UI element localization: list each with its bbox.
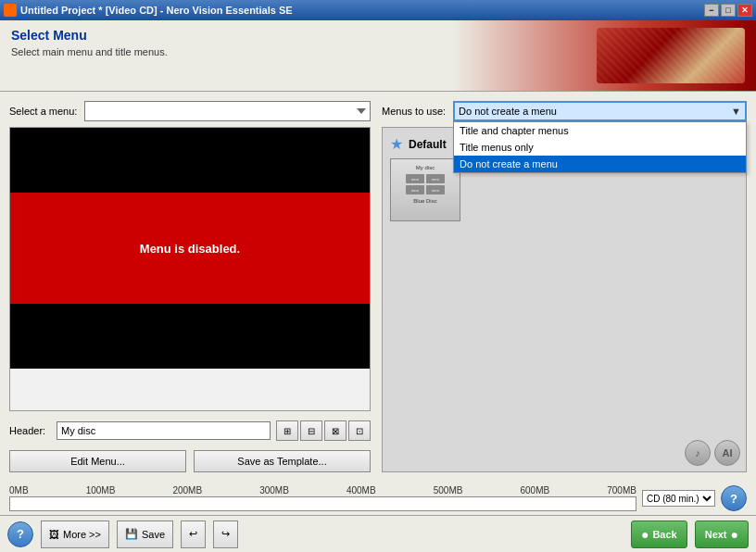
dropdown-item-1[interactable]: Title and chapter menus: [454, 122, 746, 139]
preview-box: Menu is disabled.: [9, 127, 371, 411]
content-area: Select a menu: Menu is disabled. Header:: [0, 92, 756, 482]
icon-btn-1[interactable]: ⊞: [276, 420, 298, 441]
icon-buttons-group: ⊞ ⊟ ⊠ ⊡: [276, 420, 371, 441]
page-subtitle: Select main menu and title menus.: [11, 46, 597, 57]
ai-icon[interactable]: AI: [714, 440, 740, 466]
label-0mb: 0MB: [9, 485, 29, 496]
select-menu-row: Select a menu:: [9, 101, 371, 121]
left-panel: Select a menu: Menu is disabled. Header:: [9, 101, 371, 472]
page-title: Select Menu: [11, 28, 597, 43]
back-arrow-icon: ●: [641, 527, 649, 542]
back-label: Back: [652, 529, 676, 540]
thumb-btn-1: nero: [406, 174, 424, 183]
thumb-btn-3: nero: [406, 185, 424, 194]
preview-red-band: Menu is disabled.: [10, 193, 370, 304]
close-button[interactable]: ✕: [737, 4, 752, 17]
maximize-button[interactable]: □: [721, 4, 736, 17]
menu-thumb-inner: My disc nero nero nero nero Blue Disc: [391, 159, 460, 220]
menus-label: Menus to use:: [382, 106, 446, 117]
header-input[interactable]: [57, 421, 271, 440]
minimize-button[interactable]: −: [704, 4, 719, 17]
window-controls: − □ ✕: [704, 4, 752, 17]
preview-black-bottom: [10, 304, 370, 369]
redo-icon: ↪: [221, 528, 230, 540]
app-icon: [4, 4, 17, 17]
preview-disabled-text: Menu is disabled.: [140, 242, 240, 256]
next-button[interactable]: Next ●: [695, 521, 749, 548]
save-label: Save: [142, 529, 165, 540]
more-label: More >>: [63, 529, 101, 540]
bottom-toolbar: ? 🖼 More >> 💾 Save ↩ ↪ ● Back Next ●: [0, 515, 756, 552]
progress-labels: 0MB 100MB 200MB 300MB 400MB 500MB 600MB …: [9, 485, 636, 496]
label-200mb: 200MB: [172, 485, 202, 496]
save-icon: 💾: [125, 528, 138, 540]
progress-track: [9, 496, 636, 511]
more-icon: 🖼: [49, 529, 59, 540]
window-title: Untitled Project * [Video CD] - Nero Vis…: [20, 5, 293, 16]
header-input-row: Header: ⊞ ⊟ ⊠ ⊡: [9, 417, 371, 445]
dropdown-arrow-icon: ▼: [731, 106, 741, 117]
label-100mb: 100MB: [86, 485, 116, 496]
icon-btn-4[interactable]: ⊡: [348, 420, 371, 441]
label-700mb: 700MB: [607, 485, 636, 496]
more-button[interactable]: 🖼 More >>: [41, 521, 109, 548]
disc-type-select[interactable]: CD (80 min.): [642, 490, 715, 507]
header-image: [597, 28, 745, 83]
label-400mb: 400MB: [346, 485, 376, 496]
select-menu-label: Select a menu:: [9, 106, 77, 117]
thumb-btn-2: nero: [426, 174, 445, 183]
star-icon: ★: [390, 135, 403, 153]
label-500mb: 500MB: [434, 485, 463, 496]
menu-item-row: ★ Default: [390, 135, 447, 153]
save-button[interactable]: 💾 Save: [117, 521, 173, 548]
right-panel: Menus to use: Do not create a menu ▼ Tit…: [382, 101, 747, 472]
menu-thumbnail[interactable]: My disc nero nero nero nero Blue Disc: [390, 158, 460, 221]
progress-bar-area: 0MB 100MB 200MB 300MB 400MB 500MB 600MB …: [0, 482, 756, 515]
help-button[interactable]: ?: [7, 521, 33, 547]
icon-btn-2[interactable]: ⊟: [300, 420, 322, 441]
right-bottom-icons: ♪ AI: [685, 440, 740, 466]
icon-btn-3[interactable]: ⊠: [324, 420, 346, 441]
main-window: Select Menu Select main menu and title m…: [0, 20, 756, 552]
dropdown-list: Title and chapter menus Title menus only…: [453, 121, 747, 173]
menus-row: Menus to use: Do not create a menu ▼ Tit…: [382, 101, 747, 121]
next-arrow-icon: ●: [731, 527, 738, 542]
save-template-button[interactable]: Save as Template...: [194, 450, 371, 472]
undo-button[interactable]: ↩: [181, 521, 206, 548]
progress-help-button[interactable]: ?: [721, 485, 747, 511]
title-bar: Untitled Project * [Video CD] - Nero Vis…: [0, 0, 756, 20]
redo-button[interactable]: ↪: [213, 521, 238, 548]
left-action-buttons: Edit Menu... Save as Template...: [9, 450, 371, 472]
preview-black-top: [10, 128, 370, 193]
dropdown-item-2[interactable]: Title menus only: [454, 139, 746, 156]
thumb-btn-4: nero: [426, 185, 445, 194]
header-field-label: Header:: [9, 425, 51, 436]
next-label: Next: [705, 529, 727, 540]
thumb-title: My disc: [416, 165, 435, 170]
menus-dropdown[interactable]: Do not create a menu ▼: [453, 101, 747, 121]
menu-preview-area: ★ Default My disc nero nero nero nero Bl…: [382, 127, 747, 472]
label-300mb: 300MB: [259, 485, 289, 496]
header-area: Select Menu Select main menu and title m…: [0, 20, 756, 92]
select-menu-dropdown[interactable]: [84, 101, 371, 121]
thumb-buttons: nero nero nero nero: [406, 174, 445, 194]
menus-dropdown-container: Do not create a menu ▼ Title and chapter…: [453, 101, 747, 121]
label-600mb: 600MB: [520, 485, 549, 496]
music-icon[interactable]: ♪: [685, 440, 711, 466]
dropdown-item-3[interactable]: Do not create a menu: [454, 156, 746, 172]
undo-icon: ↩: [189, 528, 197, 540]
menu-item-label: Default: [409, 138, 447, 151]
menus-dropdown-value: Do not create a menu: [459, 106, 557, 117]
back-button[interactable]: ● Back: [631, 521, 687, 548]
thumb-label: Blue Disc: [413, 198, 436, 204]
preview-inner: Menu is disabled.: [10, 128, 370, 369]
edit-menu-button[interactable]: Edit Menu...: [9, 450, 186, 472]
